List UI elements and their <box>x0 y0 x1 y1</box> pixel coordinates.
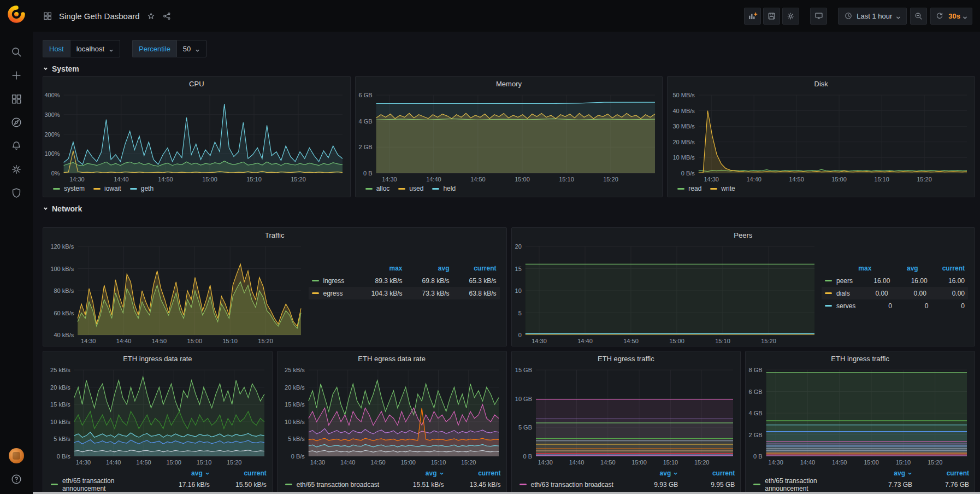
panel-cpu: CPU 14:3014:4014:5015:0015:1015:200%100%… <box>43 76 351 197</box>
svg-text:15: 15 <box>515 266 521 272</box>
explore-compass-icon[interactable] <box>10 116 22 128</box>
svg-text:15:00: 15:00 <box>832 176 847 183</box>
legend-row[interactable]: eth/65 transaction announcement17.16 kB/… <box>51 479 267 490</box>
legend-item[interactable]: used <box>398 185 423 192</box>
legend-row[interactable]: ingress89.3 kB/s69.8 kB/s65.3 kB/s <box>309 274 500 287</box>
dashboard-settings-button[interactable] <box>782 8 799 25</box>
panel-title[interactable]: ETH egress data rate <box>278 351 506 366</box>
time-range-picker[interactable]: Last 1 hour <box>838 8 907 25</box>
panel-eth-ingress-traffic: ETH ingress traffic 14:3014:4014:5015:00… <box>745 351 975 494</box>
svg-text:14:50: 14:50 <box>789 176 805 183</box>
server-admin-shield-icon[interactable] <box>10 187 22 199</box>
panel-title[interactable]: Memory <box>356 77 663 91</box>
panel-title[interactable]: CPU <box>43 77 350 91</box>
panel-title[interactable]: ETH ingress traffic <box>746 351 975 366</box>
legend-item[interactable]: alloc <box>365 185 390 192</box>
add-panel-button[interactable] <box>744 8 761 25</box>
legend-item[interactable]: write <box>710 185 735 192</box>
user-avatar[interactable] <box>9 448 24 463</box>
panel-title[interactable]: ETH ingress data rate <box>43 351 272 366</box>
chart-svg[interactable]: 14:3014:4014:5015:0015:1015:200 B5 GB10 … <box>512 366 741 467</box>
disk-chart[interactable]: 14:3014:4014:5015:0015:1015:200 B/s10 MB… <box>668 91 975 184</box>
legend-header: avgcurrent <box>519 467 735 479</box>
legend-row[interactable]: egress104.3 kB/s73.3 kB/s63.8 kB/s <box>309 287 500 299</box>
svg-text:4 GB: 4 GB <box>749 410 763 416</box>
configuration-gear-icon[interactable] <box>10 163 22 175</box>
legend-row[interactable]: serves000 <box>822 299 968 312</box>
eth-egress-traffic-chart[interactable]: 14:3014:4014:5015:0015:1015:200 B5 GB10 … <box>512 366 741 467</box>
legend-item[interactable]: geth <box>130 185 154 192</box>
refresh-picker[interactable]: 30s <box>930 8 972 25</box>
panel-title[interactable]: Traffic <box>43 228 506 242</box>
legend-header: maxavgcurrent <box>822 262 968 274</box>
legend-row[interactable]: dials0.000.000.00 <box>822 287 968 299</box>
legend-row[interactable]: eth/65 transaction broadcast15.51 kB/s13… <box>285 479 501 490</box>
legend-row[interactable]: eth/63 transaction broadcast9.93 GB9.95 … <box>519 479 735 490</box>
chart-svg[interactable]: 14:3014:4014:5015:0015:1015:2040 kB/s60 … <box>43 242 309 346</box>
cpu-legend: systemiowaitgeth <box>43 184 350 197</box>
legend-item[interactable]: read <box>677 185 701 192</box>
svg-text:40 MB/s: 40 MB/s <box>673 108 695 114</box>
eth-ingress-data-rate-chart[interactable]: 14:3014:4014:5015:0015:1015:200 B/s5 kB/… <box>43 366 272 467</box>
panel-title[interactable]: Disk <box>668 77 975 91</box>
search-icon[interactable] <box>10 46 22 58</box>
chart-svg[interactable]: 14:3014:4014:5015:0015:1015:200 B2 GB4 G… <box>356 91 663 184</box>
svg-text:14:30: 14:30 <box>704 176 719 183</box>
row-header-system[interactable]: System <box>43 62 975 76</box>
svg-text:15:10: 15:10 <box>896 459 911 466</box>
memory-chart[interactable]: 14:3014:4014:5015:0015:1015:200 B2 GB4 G… <box>356 91 663 184</box>
peers-chart[interactable]: 14:3014:4014:5015:0015:1015:2005101520 <box>512 242 822 346</box>
legend-header: maxavgcurrent <box>309 262 500 274</box>
svg-text:14:30: 14:30 <box>69 176 85 183</box>
chart-svg[interactable]: 14:3014:4014:5015:0015:1015:200%100%200%… <box>43 91 350 184</box>
svg-text:15:20: 15:20 <box>694 459 709 466</box>
eth-ingress-traffic-chart[interactable]: 14:3014:4014:5015:0015:1015:200 B2 GB4 G… <box>746 366 975 467</box>
svg-text:80 kB/s: 80 kB/s <box>54 287 74 294</box>
cycle-view-mode-button[interactable] <box>810 8 827 25</box>
legend-row[interactable]: eth/65 transaction announcement7.73 GB7.… <box>753 479 969 490</box>
svg-text:120 kB/s: 120 kB/s <box>50 243 74 250</box>
legend-row[interactable]: peers16.0016.0016.00 <box>822 274 968 287</box>
svg-text:20 MB/s: 20 MB/s <box>673 139 695 145</box>
svg-text:14:50: 14:50 <box>152 338 167 344</box>
svg-text:14:40: 14:40 <box>569 459 584 466</box>
traffic-chart[interactable]: 14:3014:4014:5015:0015:1015:2040 kB/s60 … <box>43 242 309 346</box>
eth-egress-data-rate-chart[interactable]: 14:3014:4014:5015:0015:1015:200 B/s5 kB/… <box>278 366 506 467</box>
chart-svg[interactable]: 14:3014:4014:5015:0015:1015:200 B2 GB4 G… <box>746 366 975 467</box>
save-dashboard-button[interactable] <box>763 8 780 25</box>
svg-text:14:40: 14:40 <box>114 176 129 183</box>
host-variable-select[interactable]: localhost <box>70 40 120 57</box>
svg-text:4 GB: 4 GB <box>358 118 372 125</box>
legend-item[interactable]: system <box>53 185 85 192</box>
zoom-out-button[interactable] <box>910 8 927 25</box>
svg-text:300%: 300% <box>44 111 60 118</box>
collapse-chevron-icon <box>43 204 49 213</box>
chevron-down-icon <box>195 46 200 51</box>
horizontal-scrollbar[interactable] <box>33 492 980 494</box>
star-icon[interactable] <box>146 11 156 21</box>
share-icon[interactable] <box>162 11 172 21</box>
chart-svg[interactable]: 14:3014:4014:5015:0015:1015:2005101520 <box>512 242 822 346</box>
cpu-chart[interactable]: 14:3014:4014:5015:0015:1015:200%100%200%… <box>43 91 350 184</box>
panel-title[interactable]: Peers <box>512 228 975 242</box>
chart-svg[interactable]: 14:3014:4014:5015:0015:1015:200 B/s5 kB/… <box>278 366 506 467</box>
legend-item[interactable]: iowait <box>93 185 121 192</box>
help-icon[interactable] <box>10 473 22 485</box>
variable-host: Host localhost <box>43 40 120 57</box>
row-header-network[interactable]: Network <box>43 202 975 216</box>
grafana-logo[interactable] <box>7 4 26 24</box>
legend-item[interactable]: held <box>432 185 456 192</box>
svg-text:10 kB/s: 10 kB/s <box>50 419 70 425</box>
chart-svg[interactable]: 14:3014:4014:5015:0015:1015:200 B/s5 kB/… <box>43 366 272 467</box>
dashboard-title[interactable]: Single Geth Dasboard <box>59 11 140 21</box>
refresh-interval[interactable]: 30s <box>948 12 967 20</box>
chart-svg[interactable]: 14:3014:4014:5015:0015:1015:200 B/s10 MB… <box>668 91 975 184</box>
svg-text:10: 10 <box>515 287 521 294</box>
create-plus-icon[interactable] <box>10 69 22 81</box>
svg-text:5: 5 <box>518 310 521 316</box>
panel-title[interactable]: ETH egress traffic <box>512 351 741 366</box>
dashboards-icon[interactable] <box>10 93 22 105</box>
alerting-bell-icon[interactable] <box>10 140 22 152</box>
percentile-variable-select[interactable]: 50 <box>176 40 206 57</box>
svg-text:0 B/s: 0 B/s <box>57 453 71 460</box>
